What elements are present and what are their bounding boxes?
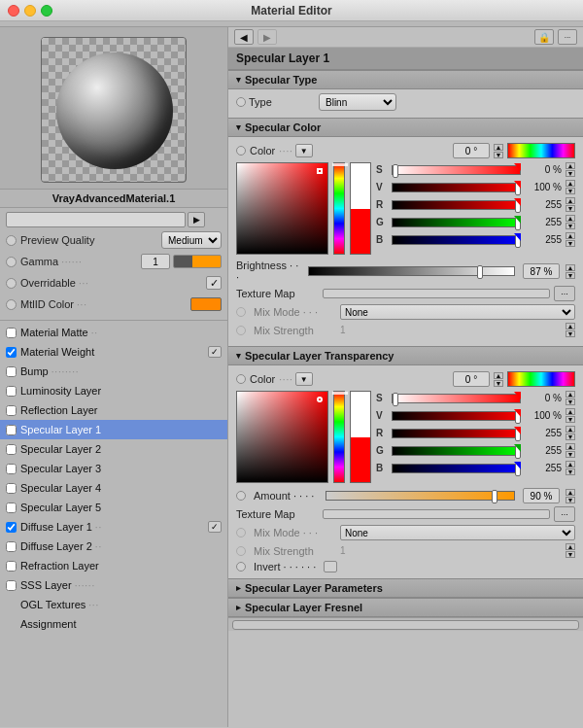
trans-texture-slider[interactable]: [323, 509, 550, 519]
r-down[interactable]: ▼: [566, 205, 575, 212]
layer-cb-diffuse-2[interactable]: [6, 541, 17, 552]
tg-down[interactable]: ▼: [566, 451, 575, 458]
section-specular-color-header[interactable]: ▾ Specular Color: [228, 118, 583, 137]
layer-item-luminosity[interactable]: Luminosity Layer: [0, 381, 227, 400]
tr-slider[interactable]: [392, 429, 521, 438]
trans-hue-down[interactable]: ▼: [494, 380, 503, 387]
hue-down-btn[interactable]: ▼: [494, 152, 503, 158]
overridable-checkbox[interactable]: ✓: [206, 276, 222, 290]
trans-hue-up[interactable]: ▲: [494, 372, 503, 379]
s-slider[interactable]: [392, 165, 521, 175]
tr-down[interactable]: ▼: [566, 433, 575, 440]
layer-cb-specular-3[interactable]: [6, 464, 17, 474]
close-button[interactable]: [8, 5, 19, 17]
brightness-slider[interactable]: [308, 266, 515, 276]
brightness-up[interactable]: ▲: [566, 264, 575, 271]
texture-slider-color[interactable]: [323, 289, 550, 298]
search-button[interactable]: ▶: [188, 212, 205, 227]
mix-strength-up[interactable]: ▲: [566, 323, 575, 329]
gamma-slider[interactable]: [173, 255, 222, 268]
trans-color-dropdown[interactable]: ▼: [295, 372, 313, 386]
layer-item-specular-2[interactable]: Specular Layer 2: [0, 439, 227, 459]
layer-item-reflection[interactable]: Reflection Layer: [0, 400, 227, 420]
hue-input[interactable]: [453, 143, 490, 158]
section-transparency-header[interactable]: ▾ Specular Layer Transparency: [228, 346, 583, 365]
invert-radio[interactable]: [236, 562, 246, 572]
trans-mix-down[interactable]: ▼: [566, 551, 575, 558]
sv-picker-trans[interactable]: [236, 391, 328, 483]
layer-item-diffuse-1[interactable]: Diffuse Layer 1 · · ✓: [0, 517, 227, 537]
gamma-input[interactable]: [141, 254, 170, 269]
preview-quality-radio[interactable]: [6, 235, 17, 246]
layer-item-specular-3[interactable]: Specular Layer 3: [0, 459, 227, 478]
layer-cb-specular-1[interactable]: [6, 425, 17, 435]
layer-cb-material-matte[interactable]: [6, 328, 17, 338]
trans-mix-mode-select[interactable]: None: [340, 525, 575, 540]
layer-cb-luminosity[interactable]: [6, 386, 17, 397]
layer-item-specular-5[interactable]: Specular Layer 5: [0, 498, 227, 517]
brightness-input[interactable]: [523, 263, 560, 279]
horizontal-scrollbar[interactable]: [232, 620, 579, 630]
g-slider[interactable]: [392, 218, 521, 227]
search-input[interactable]: [6, 212, 186, 227]
b-up[interactable]: ▲: [566, 232, 575, 239]
trans-color-radio[interactable]: [236, 374, 246, 384]
preview-quality-select[interactable]: Medium: [161, 231, 222, 249]
layer-cb-bump[interactable]: [6, 366, 17, 377]
hue-bar-trans[interactable]: [333, 391, 345, 483]
sv-picker-color[interactable]: [236, 162, 328, 255]
brightness-down[interactable]: ▼: [566, 272, 575, 279]
minimize-button[interactable]: [24, 5, 36, 17]
tb-up[interactable]: ▲: [566, 461, 575, 468]
s-up[interactable]: ▲: [566, 162, 575, 169]
amount-slider[interactable]: [326, 491, 515, 501]
ts-slider[interactable]: [392, 394, 521, 403]
s-down[interactable]: ▼: [566, 170, 575, 177]
section-fresnel-header[interactable]: ▸ Specular Layer Fresnel: [228, 598, 583, 617]
ts-up[interactable]: ▲: [566, 391, 575, 398]
color-radio[interactable]: [236, 146, 246, 156]
v-slider[interactable]: [392, 183, 521, 192]
hue-bar-color[interactable]: [333, 162, 345, 255]
layer-item-assignment[interactable]: Assignment: [0, 614, 227, 634]
section-specular-type-header[interactable]: ▾ Specular Type: [228, 70, 583, 89]
r-slider[interactable]: [392, 200, 521, 210]
g-up[interactable]: ▲: [566, 215, 575, 222]
b-down[interactable]: ▼: [566, 240, 575, 247]
layer-item-ogl[interactable]: OGL Textures · · ·: [0, 595, 227, 614]
mtlid-radio[interactable]: [6, 299, 17, 310]
tr-up[interactable]: ▲: [566, 426, 575, 433]
color-dropdown-btn[interactable]: ▼: [295, 144, 313, 157]
v-up[interactable]: ▲: [566, 180, 575, 187]
rainbow-bar-color[interactable]: [507, 143, 575, 158]
gamma-radio[interactable]: [6, 257, 17, 267]
tg-up[interactable]: ▲: [566, 443, 575, 450]
tv-slider[interactable]: [392, 411, 521, 421]
tv-up[interactable]: ▲: [566, 408, 575, 415]
ts-down[interactable]: ▼: [566, 399, 575, 405]
layer-item-sss[interactable]: SSS Layer · · · · · ·: [0, 575, 227, 595]
v-down[interactable]: ▼: [566, 188, 575, 194]
texture-map-button[interactable]: ···: [554, 286, 575, 301]
layer-cb-specular-4[interactable]: [6, 483, 17, 494]
tb-down[interactable]: ▼: [566, 468, 575, 475]
layer-cb-refraction[interactable]: [6, 561, 17, 572]
amount-input[interactable]: [523, 488, 560, 503]
layer-item-specular-4[interactable]: Specular Layer 4: [0, 478, 227, 498]
invert-checkbox[interactable]: [324, 561, 337, 572]
mix-mode-select[interactable]: None: [340, 304, 575, 320]
type-select[interactable]: Blinn: [319, 93, 396, 111]
layer-cb-specular-5[interactable]: [6, 503, 17, 513]
tv-down[interactable]: ▼: [566, 416, 575, 423]
layer-item-refraction[interactable]: Refraction Layer: [0, 556, 227, 575]
extra-btn[interactable]: ···: [558, 29, 577, 45]
trans-mix-up[interactable]: ▲: [566, 543, 575, 550]
lock-icon[interactable]: 🔒: [534, 29, 554, 45]
trans-hue-input[interactable]: [453, 371, 490, 387]
nav-forward-button[interactable]: ▶: [257, 29, 277, 45]
maximize-button[interactable]: [41, 5, 52, 17]
layer-cb-material-weight[interactable]: [6, 347, 17, 358]
layer-cb-diffuse-1[interactable]: [6, 522, 17, 533]
layer-item-material-matte[interactable]: Material Matte · ·: [0, 323, 227, 342]
layer-cb-sss[interactable]: [6, 580, 17, 591]
